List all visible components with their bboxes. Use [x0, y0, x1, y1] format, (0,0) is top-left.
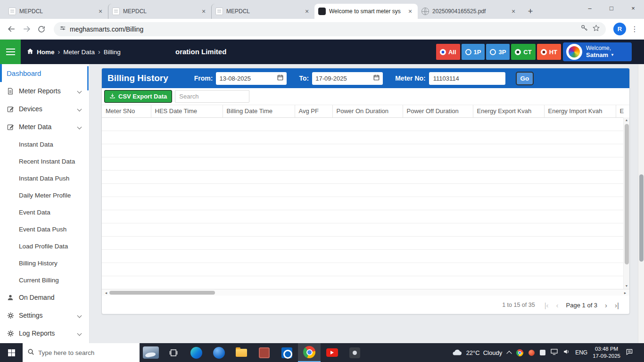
password-key-icon[interactable]	[580, 24, 588, 34]
sidebar-scrollbar-thumb[interactable]	[87, 66, 89, 90]
sidebar-item-instant-data[interactable]: Instant Data	[0, 136, 89, 153]
page-scrollbar-thumb[interactable]	[639, 174, 644, 262]
task-view-button[interactable]	[162, 343, 185, 362]
calendar-icon[interactable]	[277, 74, 283, 82]
scroll-left-icon[interactable]: ◄	[103, 289, 109, 296]
radio-ct-icon[interactable]	[515, 49, 521, 55]
from-date-input[interactable]	[219, 75, 275, 82]
browser-menu-icon[interactable]: ⋮	[629, 25, 640, 33]
sidebar-item-load-profile-data[interactable]: Load Profile Data	[0, 238, 89, 255]
column-header[interactable]: HES Date Time	[151, 105, 223, 117]
table-row[interactable]	[102, 157, 624, 170]
column-header[interactable]: Avg PF	[295, 105, 332, 117]
taskbar-app-chrome[interactable]	[298, 343, 321, 362]
tab-close-icon[interactable]: ×	[200, 8, 207, 15]
tab-close-icon[interactable]: ×	[97, 8, 104, 15]
column-header[interactable]: Power Off Duration	[403, 105, 473, 117]
sidebar-item-event-data[interactable]: Event Data	[0, 204, 89, 221]
chevron-down-icon[interactable]: ▼	[611, 53, 614, 58]
tab-close-icon[interactable]: ×	[510, 8, 517, 15]
to-date-field[interactable]	[312, 72, 383, 85]
breadcrumb-home[interactable]: Home	[37, 49, 55, 56]
browser-page-scrollbar[interactable]	[638, 64, 644, 343]
table-row[interactable]	[102, 236, 624, 249]
go-button[interactable]: Go	[516, 72, 534, 85]
tray-volume-icon[interactable]	[563, 348, 570, 357]
sidebar-item-meter-data[interactable]: Meter Data	[0, 118, 89, 136]
radio-3p-icon[interactable]	[490, 49, 496, 55]
start-button[interactable]	[0, 343, 23, 362]
taskbar-app-youtube[interactable]	[321, 343, 343, 362]
horizontal-scrollbar-thumb[interactable]	[109, 291, 215, 295]
address-bar[interactable]: meghasmarts.com/Billing	[54, 22, 606, 36]
back-button[interactable]	[4, 22, 19, 37]
url-text[interactable]: meghasmarts.com/Billing	[70, 25, 577, 33]
first-page-icon[interactable]: |‹	[545, 302, 549, 309]
column-header[interactable]: Meter SNo	[102, 105, 151, 117]
search-input[interactable]	[175, 90, 249, 103]
sidebar-item-log-reports[interactable]: Log Reports	[0, 324, 89, 342]
previous-page-icon[interactable]: ‹	[556, 302, 559, 309]
taskbar-search-box[interactable]	[23, 343, 140, 362]
radio-1p-icon[interactable]	[465, 49, 471, 55]
maximize-button[interactable]: □	[601, 0, 622, 16]
tray-display-icon[interactable]	[551, 348, 558, 357]
tray-red-app-icon[interactable]	[528, 350, 535, 356]
browser-tab-4-active[interactable]: Welcome to smart meter sys ×	[314, 4, 418, 19]
csv-export-button[interactable]: CSV Export Data	[104, 90, 172, 103]
breadcrumb-meter-data[interactable]: Meter Data	[63, 49, 95, 56]
new-tab-button[interactable]: +	[524, 5, 537, 18]
taskbar-app-file-explorer[interactable]	[230, 343, 253, 362]
table-row[interactable]	[102, 276, 624, 289]
close-window-button[interactable]: ×	[622, 0, 644, 16]
sidebar-item-daily-meter-profile[interactable]: Daily Meter Profile	[0, 187, 89, 204]
table-row[interactable]	[102, 117, 624, 131]
taskbar-app-edge[interactable]	[185, 343, 207, 362]
sidebar-item-recent-instant-data[interactable]: Recent Instant Data	[0, 153, 89, 170]
browser-tab-2[interactable]: MEPDCL ×	[108, 4, 211, 19]
table-row[interactable]	[102, 249, 624, 263]
table-row[interactable]	[102, 263, 624, 276]
reload-button[interactable]	[34, 22, 49, 37]
last-page-icon[interactable]: ›|	[615, 302, 619, 309]
taskbar-pinned-image[interactable]	[140, 343, 162, 362]
calendar-icon[interactable]	[373, 74, 380, 82]
column-header[interactable]: Power On Duration	[332, 105, 403, 117]
filter-ct[interactable]: CT	[511, 44, 535, 60]
taskbar-search-input[interactable]	[38, 349, 135, 356]
scroll-up-icon[interactable]: ▲	[624, 117, 629, 123]
meter-no-input[interactable]	[429, 72, 505, 85]
column-header[interactable]: Energy Export Kvah	[473, 105, 544, 117]
filter-1p[interactable]: 1P	[462, 44, 485, 60]
sidebar-item-event-data-push[interactable]: Event Data Push	[0, 221, 89, 238]
table-row[interactable]	[102, 170, 624, 183]
to-date-input[interactable]	[315, 75, 372, 82]
sidebar-item-on-demand[interactable]: On Demand	[0, 288, 89, 306]
user-menu[interactable]: Welcome, Satnam ▼	[563, 42, 632, 61]
taskbar-app-red[interactable]	[253, 343, 275, 362]
browser-tab-5[interactable]: 20250904165525.pdf ×	[418, 4, 521, 19]
menu-toggle-button[interactable]	[0, 40, 21, 64]
filter-all[interactable]: All	[436, 44, 460, 60]
scroll-right-icon[interactable]: ►	[622, 289, 628, 296]
taskbar-app-misc[interactable]	[343, 343, 366, 362]
table-horizontal-scrollbar[interactable]: ◄ ►	[102, 289, 629, 296]
from-date-field[interactable]	[216, 72, 287, 85]
sidebar-item-dashboard[interactable]: Dashboard	[0, 64, 89, 82]
table-row[interactable]	[102, 183, 624, 197]
browser-tab-1[interactable]: MEPDCL ×	[5, 4, 108, 19]
sidebar-item-current-billing[interactable]: Current Billing	[0, 272, 89, 288]
radio-all-icon[interactable]	[440, 49, 446, 55]
column-header[interactable]: Ene	[616, 105, 624, 117]
table-row[interactable]	[102, 197, 624, 210]
tray-app-icon[interactable]	[540, 350, 545, 355]
filter-3p[interactable]: 3P	[486, 44, 510, 60]
table-row[interactable]	[102, 223, 624, 236]
profile-avatar[interactable]: R	[613, 23, 626, 35]
language-indicator[interactable]: ENG	[575, 349, 587, 356]
sidebar-item-devices[interactable]: Devices	[0, 100, 89, 118]
scroll-down-icon[interactable]: ▼	[624, 283, 629, 289]
action-center-icon[interactable]	[626, 348, 633, 357]
minimize-button[interactable]: –	[579, 0, 601, 16]
sidebar-item-instant-data-push[interactable]: Instant Data Push	[0, 170, 89, 187]
